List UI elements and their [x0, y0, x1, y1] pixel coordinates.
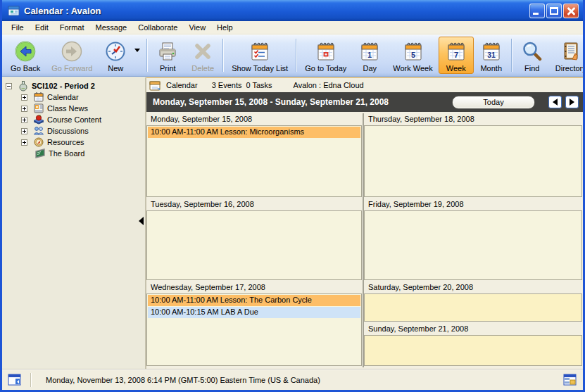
- status-datetime: Monday, November 13, 2008 6:14 PM (GMT-5…: [46, 376, 563, 384]
- week-range-title: Monday, September 15, 2008 - Sunday, Sep…: [153, 97, 452, 107]
- go-forward-button[interactable]: Go Forward: [46, 37, 98, 74]
- show-today-list-label: Show Today List: [232, 64, 288, 72]
- day-cell-wednesday[interactable]: Wednesday, September 17, 2008 10:00 AM-1…: [146, 282, 363, 367]
- day-body-tuesday[interactable]: [146, 210, 362, 280]
- week-view-icon: 7: [444, 39, 468, 63]
- week-view-button[interactable]: 7 Week: [439, 37, 474, 74]
- collapse-box-icon[interactable]: [6, 83, 12, 89]
- toolbar-separator: [222, 39, 224, 72]
- svg-text:1: 1: [367, 51, 372, 59]
- menu-format[interactable]: Format: [54, 22, 90, 33]
- compass-icon: [33, 137, 44, 148]
- calendar-info-bar: Calendar 3 Events 0 Tasks Avalon : Edna …: [146, 78, 583, 92]
- sidebar-item-calendar[interactable]: Calendar: [2, 91, 138, 103]
- work-week-view-button[interactable]: 5 Work Week: [387, 37, 438, 74]
- sidebar-item-class-news[interactable]: Class News: [2, 103, 138, 114]
- new-dropdown-arrow[interactable]: [133, 37, 144, 74]
- chevron-down-icon: [134, 49, 140, 52]
- new-button[interactable]: New: [98, 37, 133, 74]
- week-grid: Monday, September 15, 2008 10:00 AM-11:0…: [146, 113, 583, 367]
- toolbar-separator: [146, 39, 148, 72]
- find-button[interactable]: Find: [515, 37, 550, 74]
- info-title: Calendar: [166, 81, 198, 89]
- menu-edit[interactable]: Edit: [30, 22, 54, 33]
- minimize-button[interactable]: [529, 4, 545, 18]
- work-week-view-icon: 5: [401, 39, 425, 63]
- sidebar-item-label: Calendar: [47, 93, 79, 101]
- expand-box-icon[interactable]: [21, 106, 27, 112]
- sidebar-item-label: Course Content: [47, 115, 101, 124]
- sidebar-item-course-content[interactable]: Course Content: [2, 114, 138, 125]
- today-button[interactable]: Today: [452, 96, 535, 109]
- delete-icon: [191, 39, 215, 63]
- expand-box-icon[interactable]: [21, 94, 27, 101]
- menu-help[interactable]: Help: [211, 22, 239, 33]
- expand-box-icon[interactable]: [21, 128, 27, 134]
- day-header-saturday: Saturday, September 20, 2008: [364, 282, 583, 293]
- day-cell-saturday[interactable]: Saturday, September 20, 2008: [364, 282, 583, 323]
- sidebar-item-label: The Board: [49, 149, 84, 158]
- directory-button[interactable]: Directory: [550, 37, 585, 74]
- week-range-bar: Monday, September 15, 2008 - Sunday, Sep…: [146, 92, 583, 112]
- day-header-friday: Friday, September 19, 2008: [364, 198, 583, 210]
- find-label: Find: [524, 64, 539, 72]
- sidebar-splitter[interactable]: [138, 77, 146, 369]
- go-back-button[interactable]: Go Back: [5, 37, 46, 74]
- expand-box-icon[interactable]: [21, 139, 27, 146]
- day-cell-tuesday[interactable]: Tuesday, September 16, 2008: [146, 198, 363, 282]
- event-lesson-microorganisms[interactable]: 10:00 AM-11:00 AM Lesson: Microorganisms: [148, 127, 360, 138]
- chalkboard-icon: [34, 148, 46, 159]
- titlebar[interactable]: Calendar : Avalon: [2, 0, 583, 21]
- status-separator: [30, 373, 32, 387]
- go-to-today-icon: [314, 39, 338, 63]
- svg-text:7: 7: [454, 51, 458, 59]
- day-view-button[interactable]: 1 Day: [352, 37, 387, 74]
- close-button[interactable]: [563, 4, 579, 18]
- day-body-sunday[interactable]: [364, 335, 582, 366]
- day-body-monday[interactable]: 10:00 AM-11:00 AM Lesson: Microorganisms: [146, 125, 362, 197]
- day-body-wednesday[interactable]: 10:00 AM-11:00 AM Lesson: The Carbon Cyc…: [146, 293, 362, 366]
- day-cell-sunday[interactable]: Sunday, September 21, 2008: [364, 323, 583, 367]
- day-cell-monday[interactable]: Monday, September 15, 2008 10:00 AM-11:0…: [146, 113, 363, 198]
- event-lab-a-due[interactable]: 10:00 AM-10:15 AM LAB A Due: [148, 307, 360, 318]
- sidebar-item-the-board[interactable]: The Board: [2, 148, 138, 159]
- apple-books-icon: [33, 114, 44, 125]
- go-back-icon: [13, 39, 37, 63]
- show-today-list-button[interactable]: Show Today List: [226, 37, 294, 74]
- sidebar-item-resources[interactable]: Resources: [2, 137, 138, 148]
- menu-collaborate[interactable]: Collaborate: [132, 22, 183, 33]
- calendar-page-icon: [149, 80, 161, 91]
- day-body-friday[interactable]: [364, 210, 582, 280]
- window-layout-icon[interactable]: [8, 374, 22, 386]
- day-body-saturday[interactable]: [364, 293, 582, 322]
- svg-text:31: 31: [487, 51, 496, 59]
- sidebar-item-discussions[interactable]: Discussions: [2, 125, 138, 137]
- menu-view[interactable]: View: [183, 22, 211, 33]
- events-count: 3 Events: [212, 81, 242, 89]
- sidebar-item-label: Resources: [47, 138, 84, 146]
- day-cell-friday[interactable]: Friday, September 19, 2008: [364, 198, 583, 282]
- menu-file[interactable]: File: [6, 22, 30, 33]
- month-view-button[interactable]: 31 Month: [474, 37, 509, 74]
- maximize-button[interactable]: [546, 4, 562, 18]
- print-button[interactable]: Print: [150, 37, 185, 74]
- next-week-button[interactable]: [565, 96, 579, 108]
- collapse-sidebar-icon[interactable]: [139, 217, 144, 225]
- split-view-icon[interactable]: [563, 374, 577, 386]
- calendar-panel: Calendar 3 Events 0 Tasks Avalon : Edna …: [146, 77, 583, 369]
- previous-week-button[interactable]: [548, 96, 562, 108]
- day-header-sunday: Sunday, September 21, 2008: [364, 323, 583, 335]
- expand-box-icon[interactable]: [21, 117, 27, 123]
- svg-text:5: 5: [410, 51, 415, 59]
- delete-button[interactable]: Delete: [185, 37, 220, 74]
- delete-label: Delete: [191, 64, 214, 72]
- sidebar-item-label: Discussions: [47, 127, 89, 135]
- arrow-right-icon: [570, 99, 574, 106]
- day-cell-thursday[interactable]: Thursday, September 18, 2008: [364, 113, 583, 198]
- go-to-today-button[interactable]: Go to Today: [299, 37, 352, 74]
- tree-root-sci102[interactable]: SCI102 - Period 2: [2, 80, 138, 91]
- day-body-thursday[interactable]: [364, 125, 582, 197]
- minimize-icon: [533, 13, 539, 15]
- event-lesson-carbon-cycle[interactable]: 10:00 AM-11:00 AM Lesson: The Carbon Cyc…: [148, 295, 360, 306]
- menu-message[interactable]: Message: [90, 22, 133, 33]
